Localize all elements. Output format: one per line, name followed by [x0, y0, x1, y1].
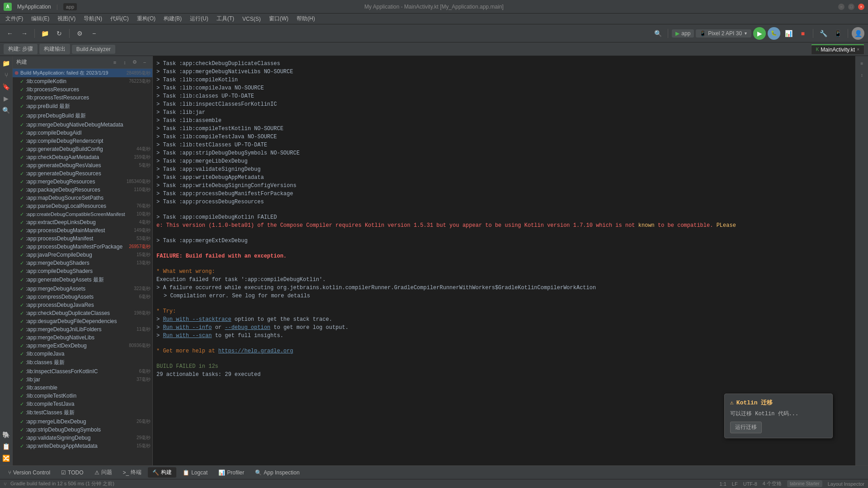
- tree-item-12[interactable]: ✓ :app:mergeDebugResources 185340毫秒: [13, 178, 152, 186]
- menu-tools[interactable]: 工具(T): [213, 14, 238, 23]
- tree-item-31[interactable]: ✓ :app:mergeDebugNativeLibs: [13, 333, 152, 342]
- output-scan-link[interactable]: > Run with --scan to get full insights.: [156, 332, 852, 340]
- layout-inspector-btn[interactable]: Layout Inspector: [828, 481, 864, 487]
- menu-navigate[interactable]: 导航(N): [80, 14, 106, 23]
- menu-code[interactable]: 代码(C): [107, 14, 132, 23]
- tree-item-42[interactable]: ✓ :app:stripDebugDebugSymbols: [13, 426, 152, 434]
- tree-item-1[interactable]: ✓ :lib:processResources: [13, 85, 152, 94]
- tree-item-20[interactable]: ✓ :app:processDebugManifestForPackage 26…: [13, 243, 152, 251]
- tab-build-analyzer[interactable]: Build Analyzer: [72, 45, 115, 54]
- tree-item-35[interactable]: ✓ :lib:inspectClassesForKotlinIC 6毫秒: [13, 367, 152, 375]
- tree-item-37[interactable]: ✓ :lib:assemble: [13, 384, 152, 392]
- tree-item-3[interactable]: ✓ :app:preBuild 最新: [13, 102, 152, 111]
- tree-item-17[interactable]: ✓ :app:extractDeepLinksDebug 4毫秒: [13, 218, 152, 226]
- toolbar-stop-btn[interactable]: ■: [797, 27, 809, 40]
- tree-item-30[interactable]: ✓ :app:mergeDebugJniLibFolders 11毫秒: [13, 325, 152, 333]
- tab-terminal[interactable]: >_ 终端: [118, 467, 146, 478]
- scan-anchor[interactable]: Run with --scan: [163, 333, 212, 339]
- toolbar-sync-btn[interactable]: ↻: [53, 27, 66, 40]
- tree-item-41[interactable]: ✓ :app:mergeLibDexDebug 26毫秒: [13, 418, 152, 426]
- tab-logcat[interactable]: 📋 Logcat: [178, 468, 212, 477]
- panel-filter-btn[interactable]: ≡: [111, 58, 119, 66]
- right-panel-btn-2[interactable]: ↕: [857, 70, 868, 80]
- toolbar-forward-btn[interactable]: →: [18, 27, 31, 40]
- sidebar-search-icon[interactable]: 🔍: [1, 105, 12, 116]
- tab-build[interactable]: 🔨 构建: [148, 467, 176, 478]
- menu-help[interactable]: 帮助(H): [293, 14, 319, 23]
- tree-item-33[interactable]: ✓ :lib:compileJava: [13, 350, 152, 358]
- tree-item-2[interactable]: ✓ :lib:processTestResources: [13, 94, 152, 102]
- toolbar-minus-btn[interactable]: −: [88, 27, 100, 40]
- sidebar-variant-icon[interactable]: 🔀: [1, 453, 12, 464]
- tab-profiler[interactable]: 📊 Profiler: [214, 468, 249, 477]
- tree-root-item[interactable]: ⊗ Build MyApplication: failed 在 2023/1/1…: [13, 69, 152, 77]
- tree-item-38[interactable]: ✓ :lib:compileTestKotlin: [13, 392, 152, 400]
- tree-item-16[interactable]: ✓ :app:createDebugCompatibleScreenManife…: [13, 210, 152, 218]
- tree-item-26[interactable]: ✓ :app:compressDebugAssets 6毫秒: [13, 293, 152, 301]
- tree-item-6[interactable]: ✓ :app:compileDebugAidl: [13, 129, 152, 137]
- output-info-link[interactable]: > Run with --info or --debug option to g…: [156, 324, 852, 332]
- tree-item-27[interactable]: ✓ :app:processDebugJavaRes: [13, 301, 152, 309]
- stacktrace-anchor[interactable]: Run with --stacktrace: [163, 316, 231, 323]
- build-output[interactable]: > Task :app:checkDebugDuplicateClasses >…: [153, 56, 855, 465]
- tree-item-24[interactable]: ✓ :app:generateDebugAssets 最新: [13, 275, 152, 285]
- tab-app-inspection[interactable]: 🔍 App Inspection: [250, 468, 304, 477]
- right-panel-btn-1[interactable]: ≡: [857, 58, 868, 69]
- tree-item-11[interactable]: ✓ :app:generateDebugResources: [13, 169, 152, 178]
- output-stacktrace-link[interactable]: > Run with --stacktrace option to get th…: [156, 315, 852, 324]
- sidebar-run-icon[interactable]: ▶: [1, 93, 12, 104]
- tab-problems[interactable]: ⚠ 问题: [90, 467, 117, 478]
- toolbar-project-btn[interactable]: 📁: [38, 27, 51, 40]
- tree-item-23[interactable]: ✓ :app:compileDebugShaders: [13, 267, 152, 275]
- menu-window[interactable]: 窗口(W): [265, 14, 292, 23]
- tree-item-8[interactable]: ✓ :app:generateDebugBuildConfig 44毫秒: [13, 145, 152, 153]
- info-anchor[interactable]: Run with --info: [163, 324, 212, 331]
- menu-vcs[interactable]: VCS(S): [239, 15, 264, 23]
- tab-version-control[interactable]: ⑂ Version Control: [4, 468, 55, 477]
- debug-anchor[interactable]: --debug option: [225, 324, 270, 331]
- tree-item-44[interactable]: ✓ :app:writeDebugAppMetadata 15毫秒: [13, 442, 152, 450]
- close-button[interactable]: ×: [858, 4, 864, 10]
- tab-todo[interactable]: ☑ TODO: [57, 468, 88, 477]
- tree-item-22[interactable]: ✓ :app:mergeDebugShaders 13毫秒: [13, 259, 152, 267]
- menu-view[interactable]: 视图(V): [54, 14, 79, 23]
- tree-item-14[interactable]: ✓ :app:mapDebugSourceSetPaths: [13, 194, 152, 202]
- tree-item-0[interactable]: ✓ :lib:compileKotlin 76223毫秒: [13, 77, 152, 85]
- tree-item-25[interactable]: ✓ :app:mergeDebugAssets 322毫秒: [13, 285, 152, 293]
- tree-item-34[interactable]: ✓ :lib:classes 最新: [13, 358, 152, 367]
- tree-item-40[interactable]: ✓ :lib:testClasses 最新: [13, 408, 152, 418]
- tree-item-28[interactable]: ✓ :app:checkDebugDuplicateClasses 198毫秒: [13, 309, 152, 317]
- toolbar-settings-btn[interactable]: ⚙: [73, 27, 86, 40]
- run-button[interactable]: ▶: [753, 27, 766, 40]
- panel-close-btn[interactable]: −: [141, 58, 149, 66]
- kotlin-migrate-button[interactable]: 运行迁移: [730, 422, 762, 433]
- sidebar-bookmark-icon[interactable]: 🔖: [1, 81, 12, 92]
- menu-build[interactable]: 构建(B): [160, 14, 185, 23]
- toolbar-avd-btn[interactable]: 📱: [831, 27, 844, 40]
- menu-file[interactable]: 文件(F): [2, 14, 27, 23]
- tree-item-19[interactable]: ✓ :app:processDebugManifest 53毫秒: [13, 235, 152, 243]
- menu-edit[interactable]: 编辑(E): [28, 14, 53, 23]
- menu-run[interactable]: 运行(U): [186, 14, 212, 23]
- run-config-selector[interactable]: ▶ app: [672, 29, 694, 38]
- toolbar-user-btn[interactable]: 👤: [852, 27, 864, 40]
- tree-item-7[interactable]: ✓ :app:compileDebugRenderscript: [13, 137, 152, 145]
- toolbar-profile-btn[interactable]: 📊: [782, 27, 795, 40]
- toolbar-search-btn[interactable]: 🔍: [651, 27, 664, 40]
- maximize-button[interactable]: □: [848, 4, 854, 10]
- tree-item-43[interactable]: ✓ :app:validateSigningDebug 29毫秒: [13, 434, 152, 442]
- editor-tab-mainactivity[interactable]: K MainActivity.kt ×: [811, 44, 864, 54]
- tree-item-13[interactable]: ✓ :app:packageDebugResources 110毫秒: [13, 186, 152, 194]
- gradle-help-link[interactable]: https://help.gradle.org: [218, 348, 293, 354]
- panel-sort-btn[interactable]: ↕: [121, 58, 129, 66]
- device-selector[interactable]: 📱 Pixel 2 API 30 ▼: [696, 29, 751, 38]
- sidebar-gradle-icon[interactable]: 🐘: [1, 429, 12, 440]
- sidebar-project-icon[interactable]: 📁: [1, 58, 12, 69]
- tree-item-9[interactable]: ✓ :app:checkDebugAarMetadata 159毫秒: [13, 153, 152, 161]
- tree-item-5[interactable]: ✓ :app:mergeDebugNativeDebugMetadata: [13, 121, 152, 129]
- tree-item-15[interactable]: ✓ :app:parseDebugLocalResources 76毫秒: [13, 202, 152, 210]
- tree-item-18[interactable]: ✓ :app:processDebugMainManifest 149毫秒: [13, 226, 152, 235]
- tab-build-steps[interactable]: 构建: 步骤: [4, 44, 38, 54]
- tree-item-36[interactable]: ✓ :lib:jar 37毫秒: [13, 375, 152, 384]
- tree-item-29[interactable]: ✓ :app:desugarDebugFileDependencies: [13, 317, 152, 325]
